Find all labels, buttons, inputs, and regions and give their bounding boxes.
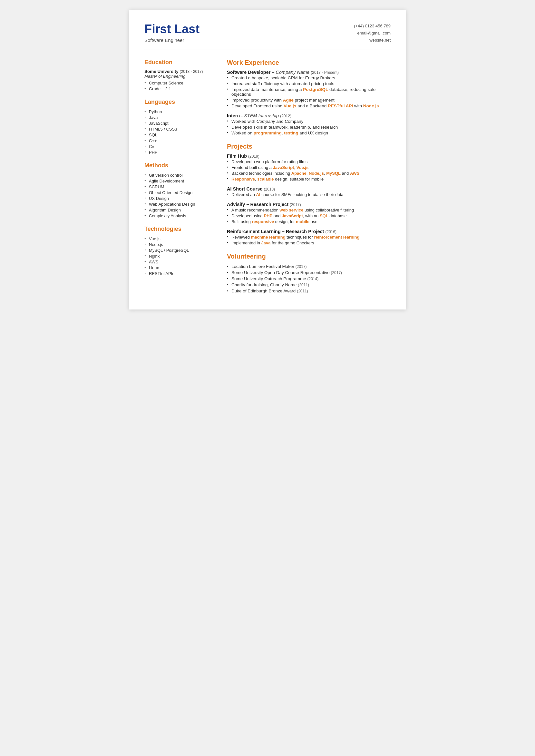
job-2-dates: (2012) [280,114,291,118]
project-2: AI Short Course (2018) Delivered an AI c… [227,186,391,197]
proj-1-b2: Frontend built using a JavaScript, Vue.j… [227,164,391,170]
edu-degree: Master of Engineering [144,74,215,79]
methods-section-title: Methods [144,162,215,169]
project-1-title: Film Hub (2019) [227,154,391,159]
lang-javascript: JavaScript [144,120,215,126]
education-section-title: Education [144,59,215,66]
project-4-year: (2016) [325,230,336,234]
job-1-bullet-5: Developed Frontend using Vue.js and a Ba… [227,103,391,109]
languages-list: Python Java JavaScript HTML5 / CSS3 SQL … [144,109,215,155]
proj-2-b1: Delivered an AI course for SMEs looking … [227,191,391,197]
tech-restful: RESTful APIs [144,271,215,276]
edu-list: Computer Science Grade – 2:1 [144,80,215,92]
tech-mysql: MySQL / PostgreSQL [144,247,215,253]
methods-list: Git version control Agile Development SC… [144,172,215,218]
project-4-bullets: Reviewed machine learning techniques for… [227,234,391,246]
project-4-title: Reinforcement Learning – Research Projec… [227,229,391,234]
job-1-bullet-2: Increased staff efficiency with automate… [227,81,391,86]
method-scrum: SCRUM [144,184,215,189]
proj-3-b3: Built using responsive design, for mobil… [227,218,391,224]
vol-2: Some University Open Day Course Represen… [227,270,391,276]
lang-python: Python [144,109,215,114]
job-2-bullets: Worked with Company and Company Develope… [227,118,391,136]
vol-4: Charity fundraising, Charity Name (2011) [227,282,391,288]
project-2-year: (2018) [264,187,275,191]
volunteering-list: Location Lumiere Festival Maker (2017) S… [227,263,391,294]
job-1-company: Company Name [276,70,310,75]
method-ood: Object Oriented Design [144,189,215,195]
edu-item-2: Grade – 2:1 [144,86,215,92]
header-left: First Last Software Engineer [144,22,200,43]
resume-page: First Last Software Engineer (+44) 0123 … [129,10,406,309]
proj-1-b3: Backend technologies including Apache, N… [227,170,391,176]
job-2-bullet-1: Worked with Company and Company [227,118,391,124]
proj-1-b1: Developed a web platform for rating film… [227,159,391,164]
project-4: Reinforcement Learning – Research Projec… [227,229,391,246]
lang-csharp: C# [144,143,215,149]
right-column: Work Experience Software Developer – Com… [227,59,391,294]
job-2-bullet-3: Worked on programming, testing and UX de… [227,130,391,136]
header: First Last Software Engineer (+44) 0123 … [144,22,391,50]
job-2-bullet-2: Developed skills in teamwork, leadership… [227,124,391,130]
job-2-company: STEM Internship [244,113,279,118]
lang-cpp: C++ [144,138,215,143]
header-name: First Last [144,22,200,36]
project-1: Film Hub (2019) Developed a web platform… [227,154,391,182]
lang-java: Java [144,114,215,120]
projects-section-title: Projects [227,143,391,150]
job-1-bullet-1: Created a bespoke, scalable CRM for Ener… [227,75,391,81]
edu-item-1: Computer Science [144,80,215,86]
header-phone: (+44) 0123 456 789 [354,22,391,30]
job-2: Intern - STEM Internship (2012) Worked w… [227,113,391,136]
header-website: website.net [354,37,391,44]
project-2-title: AI Short Course (2018) [227,186,391,191]
method-agile: Agile Development [144,178,215,184]
method-complexity: Complexity Analysis [144,213,215,218]
job-1-bullets: Created a bespoke, scalable CRM for Ener… [227,75,391,109]
method-web: Web Applications Design [144,201,215,207]
project-2-bullets: Delivered an AI course for SMEs looking … [227,191,391,197]
edu-university: Some University (2013 - 2017) [144,69,215,74]
method-algo: Algorithm Design [144,207,215,213]
tech-nginx: Nginx [144,253,215,259]
job-1-bullet-4: Improved productivity with Agile project… [227,97,391,103]
header-title: Software Engineer [144,37,200,43]
proj-1-b4: Responsive, scalable design, suitable fo… [227,176,391,182]
proj-3-b1: A music recommendation web service using… [227,207,391,213]
project-3-title: Advisify – Research Project (2017) [227,202,391,207]
job-1-title: Software Developer – Company Name (2017 … [227,70,391,75]
proj-3-b2: Developed using PHP and JavaScript, with… [227,213,391,218]
lang-php: PHP [144,149,215,155]
method-ux: UX Design [144,195,215,201]
languages-section-title: Languages [144,99,215,105]
job-1-dates: (2017 - Present) [311,70,339,75]
lang-sql: SQL [144,132,215,138]
tech-list: Vue.js Node.js MySQL / PostgreSQL Nginx … [144,236,215,276]
lang-html5: HTML5 / CSS3 [144,126,215,132]
vol-1: Location Lumiere Festival Maker (2017) [227,263,391,270]
method-git: Git version control [144,172,215,178]
job-1: Software Developer – Company Name (2017 … [227,70,391,109]
vol-5: Duke of Edinburgh Bronze Award (2011) [227,288,391,294]
volunteering-section-title: Volunteering [227,253,391,260]
project-1-year: (2019) [248,154,260,159]
vol-3: Some University Outreach Programme (2014… [227,276,391,282]
proj-4-b1: Reviewed machine learning techniques for… [227,234,391,240]
project-1-bullets: Developed a web platform for rating film… [227,159,391,182]
tech-vuejs: Vue.js [144,236,215,242]
header-contact: (+44) 0123 456 789 email@gmail.com websi… [354,22,391,44]
left-column: Education Some University (2013 - 2017) … [144,59,215,294]
proj-4-b2: Implemented in Java for the game Checker… [227,240,391,246]
tech-aws: AWS [144,259,215,265]
header-email: email@gmail.com [354,30,391,37]
body-columns: Education Some University (2013 - 2017) … [144,59,391,294]
tech-nodejs: Node.js [144,242,215,247]
tech-section-title: Technologies [144,226,215,232]
work-section-title: Work Experience [227,59,391,67]
job-2-title: Intern - STEM Internship (2012) [227,113,391,118]
project-3: Advisify – Research Project (2017) A mus… [227,202,391,224]
project-3-bullets: A music recommendation web service using… [227,207,391,224]
edu-dates: (2013 - 2017) [180,69,203,74]
job-1-bullet-3: Improved data maintenance, using a Postg… [227,86,391,97]
tech-linux: Linux [144,265,215,271]
